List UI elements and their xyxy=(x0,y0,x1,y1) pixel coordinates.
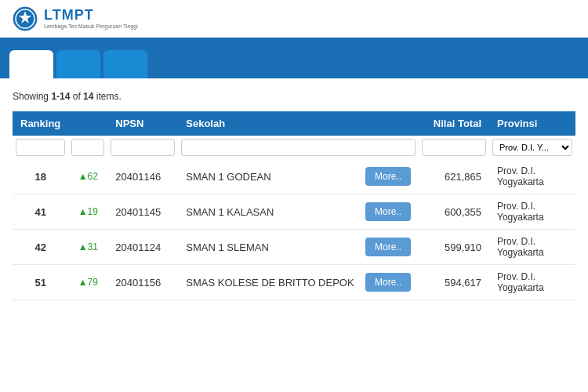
filter-sekolah[interactable] xyxy=(181,139,416,156)
col-sekolah: Sekolah xyxy=(178,111,419,136)
more-button[interactable]: More.. xyxy=(365,202,411,221)
filter-col2[interactable] xyxy=(71,139,104,156)
filter-row: Prov. D.I. Y... xyxy=(13,136,575,159)
school-name: SMAN 1 GODEAN xyxy=(186,171,270,183)
nilai-cell: 599,910 xyxy=(419,230,489,265)
table-row: 41 ▲19 20401145 SMAN 1 KALASAN More.. 60… xyxy=(13,194,575,230)
trend-arrow: ▲19 xyxy=(78,206,98,217)
school-inner: SMAS KOLESE DE BRITTO DEPOK More.. xyxy=(186,273,411,292)
school-inner: SMAN 1 SLEMAN More.. xyxy=(186,238,411,256)
more-button[interactable]: More.. xyxy=(365,167,411,186)
more-button[interactable]: More.. xyxy=(365,238,411,256)
nav-tab-1[interactable] xyxy=(9,50,53,78)
school-cell: SMAS KOLESE DE BRITTO DEPOK More.. xyxy=(178,265,419,300)
trend-cell: ▲62 xyxy=(68,159,107,194)
showing-range: 1-14 xyxy=(51,91,70,102)
trend-arrow: ▲31 xyxy=(78,241,98,252)
logo-text: LTMPT xyxy=(44,7,138,24)
table-row: 18 ▲62 20401146 SMAN 1 GODEAN More.. 621… xyxy=(13,159,575,194)
nav-tab-3[interactable] xyxy=(103,50,147,78)
filter-nilai[interactable] xyxy=(422,139,486,156)
col-blank xyxy=(68,111,107,136)
rank-cell: 41 xyxy=(13,194,68,230)
col-provinsi: Provinsi xyxy=(489,111,575,136)
npsn-cell: 20401156 xyxy=(107,265,178,300)
showing-total: 14 xyxy=(83,91,93,102)
rank-cell: 42 xyxy=(13,230,68,265)
more-button[interactable]: More.. xyxy=(365,273,411,292)
rank-cell: 18 xyxy=(13,159,68,194)
logo-area: LTMPT Lembaga Tes Masuk Perguruan Tinggi xyxy=(13,6,138,31)
provinsi-cell: Prov. D.I. Yogyakarta xyxy=(489,194,575,230)
school-cell: SMAN 1 SLEMAN More.. xyxy=(178,230,419,265)
trend-cell: ▲19 xyxy=(68,194,107,230)
nilai-cell: 600,355 xyxy=(419,194,489,230)
nilai-cell: 594,617 xyxy=(419,265,489,300)
school-name: SMAS KOLESE DE BRITTO DEPOK xyxy=(186,277,354,289)
npsn-cell: 20401145 xyxy=(107,194,178,230)
school-inner: SMAN 1 GODEAN More.. xyxy=(186,167,411,186)
nav-tab-2[interactable] xyxy=(56,50,100,78)
logo-icon xyxy=(13,6,38,31)
provinsi-cell: Prov. D.I. Yogyakarta xyxy=(489,265,575,300)
provinsi-cell: Prov. D.I. Yogyakarta xyxy=(489,159,575,194)
provinsi-cell: Prov. D.I. Yogyakarta xyxy=(489,230,575,265)
npsn-cell: 20401124 xyxy=(107,230,178,265)
trend-cell: ▲31 xyxy=(68,230,107,265)
nav-area xyxy=(0,38,588,78)
filter-provinsi[interactable]: Prov. D.I. Y... xyxy=(492,139,572,156)
col-npsn: NPSN xyxy=(107,111,178,136)
trend-cell: ▲79 xyxy=(68,265,107,300)
rank-cell: 51 xyxy=(13,265,68,300)
filter-npsn[interactable] xyxy=(111,139,175,156)
school-name: SMAN 1 KALASAN xyxy=(186,206,274,218)
school-cell: SMAN 1 KALASAN More.. xyxy=(178,194,419,230)
logo-subtitle: Lembaga Tes Masuk Perguruan Tinggi xyxy=(44,24,138,30)
table-row: 42 ▲31 20401124 SMAN 1 SLEMAN More.. 599… xyxy=(13,230,575,265)
header: LTMPT Lembaga Tes Masuk Perguruan Tinggi xyxy=(0,0,588,38)
col-nilai: Nilai Total xyxy=(419,111,489,136)
filter-ranking[interactable] xyxy=(16,139,65,156)
nilai-cell: 621,865 xyxy=(419,159,489,194)
school-name: SMAN 1 SLEMAN xyxy=(186,241,268,253)
npsn-cell: 20401146 xyxy=(107,159,178,194)
school-cell: SMAN 1 GODEAN More.. xyxy=(178,159,419,194)
school-inner: SMAN 1 KALASAN More.. xyxy=(186,202,411,221)
table-row: 51 ▲79 20401156 SMAS KOLESE DE BRITTO DE… xyxy=(13,265,575,300)
showing-text: Showing 1-14 of 14 items. xyxy=(13,91,575,102)
trend-arrow: ▲79 xyxy=(78,277,98,288)
results-table: Ranking NPSN Sekolah Nilai Total Provins… xyxy=(13,111,575,300)
main-content: Showing 1-14 of 14 items. Ranking NPSN S… xyxy=(0,78,588,392)
trend-arrow: ▲62 xyxy=(78,171,98,182)
col-ranking: Ranking xyxy=(13,111,68,136)
